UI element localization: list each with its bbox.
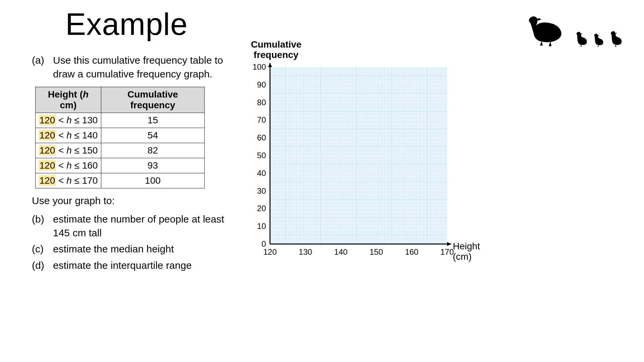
svg-text:170: 170: [440, 247, 454, 256]
question-d-text: estimate the interquartile range: [53, 259, 192, 273]
table-row: 120 < h ≤ 130 15: [36, 113, 205, 128]
svg-text:90: 90: [257, 80, 266, 89]
svg-text:100: 100: [253, 62, 266, 71]
duckling-3-icon: [607, 29, 624, 47]
table-cell-cf: 15: [101, 113, 204, 128]
duck-illustration: [521, 13, 624, 47]
table-header-cf: Cumulative frequency: [101, 87, 204, 113]
svg-marker-7: [268, 63, 272, 67]
table-header-height: Height (h cm): [36, 87, 101, 113]
table-cell-cf: 54: [101, 128, 204, 143]
question-c-text: estimate the median height: [53, 242, 174, 256]
table-cell-cf: 100: [101, 173, 204, 188]
question-d: (d) estimate the interquartile range: [32, 259, 240, 273]
question-a: (a) Use this cumulative frequency table …: [32, 54, 240, 81]
svg-text:10: 10: [257, 222, 266, 231]
question-b-text: estimate the number of people at least 1…: [53, 213, 240, 240]
question-c: (c) estimate the median height: [32, 242, 240, 256]
question-a-letter: (a): [32, 54, 47, 81]
question-b: (b) estimate the number of people at lea…: [32, 213, 240, 240]
table-row: 120 < h ≤ 140 54: [36, 128, 205, 143]
instruction-text: Use your graph to:: [32, 195, 240, 206]
svg-text:20: 20: [257, 204, 266, 213]
table-row: 120 < h ≤ 150 82: [36, 143, 205, 158]
chart-grid: 0 10 20 30 40 50 60 70 80 90 100 120 130…: [250, 40, 491, 275]
svg-text:0: 0: [262, 239, 266, 248]
cumulative-frequency-table: Height (h cm) Cumulative frequency 120 <…: [35, 87, 205, 188]
svg-text:50: 50: [257, 151, 266, 160]
table-row: 120 < h ≤ 160 93: [36, 158, 205, 173]
duck-large-icon: [521, 13, 571, 47]
duckling-2-icon: [591, 32, 605, 47]
table-cell-cf: 82: [101, 143, 204, 158]
chart-x-axis-title: Height(cm): [453, 241, 480, 262]
table-row: 120 < h ≤ 170 100: [36, 173, 205, 188]
question-c-letter: (c): [32, 242, 47, 256]
svg-text:120: 120: [263, 247, 277, 256]
left-column: (a) Use this cumulative frequency table …: [32, 54, 240, 275]
svg-text:40: 40: [257, 169, 266, 178]
question-d-letter: (d): [32, 259, 47, 273]
svg-rect-3: [270, 67, 447, 244]
svg-text:150: 150: [370, 247, 383, 256]
svg-text:130: 130: [299, 247, 312, 256]
question-b-letter: (b): [32, 213, 47, 240]
duckling-1-icon: [573, 30, 589, 47]
svg-text:70: 70: [257, 115, 266, 124]
question-a-text: Use this cumulative frequency table to d…: [53, 54, 240, 81]
svg-text:60: 60: [257, 133, 266, 142]
svg-marker-5: [447, 242, 451, 246]
svg-text:160: 160: [405, 247, 418, 256]
svg-text:80: 80: [257, 98, 266, 107]
table-cell-cf: 93: [101, 158, 204, 173]
svg-text:140: 140: [334, 247, 347, 256]
svg-text:30: 30: [257, 186, 266, 195]
page-title: Example: [65, 7, 188, 42]
